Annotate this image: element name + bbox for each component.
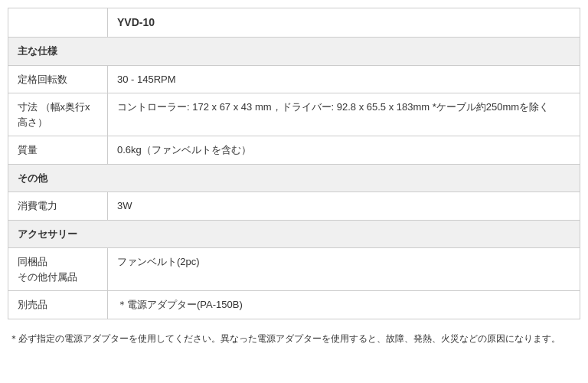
power-label: 消費電力 bbox=[8, 192, 108, 221]
section-other: その他 bbox=[8, 164, 580, 192]
model-row: YVD-10 bbox=[8, 8, 580, 38]
dimensions-label: 寸法 （幅x奥行x高さ） bbox=[8, 93, 108, 136]
dimensions-value: コントローラー: 172 x 67 x 43 mm，ドライバー: 92.8 x … bbox=[108, 93, 580, 136]
bundled-row: 同梱品 その他付属品 ファンベルト(2pc) bbox=[8, 248, 580, 291]
weight-value: 0.6kg（ファンベルトを含む） bbox=[108, 136, 580, 165]
dimensions-row: 寸法 （幅x奥行x高さ） コントローラー: 172 x 67 x 43 mm，ド… bbox=[8, 93, 580, 136]
section-main-spec: 主な仕様 bbox=[8, 38, 580, 66]
footnote-text: ＊必ず指定の電源アダプターを使用してください。異なった電源アダプターを使用すると… bbox=[8, 329, 580, 349]
empty-header-cell bbox=[8, 8, 108, 38]
section-accessories-label: アクセサリー bbox=[8, 220, 580, 248]
section-other-label: その他 bbox=[8, 164, 580, 192]
optional-label: 別売品 bbox=[8, 291, 108, 319]
model-value: YVD-10 bbox=[108, 8, 580, 38]
bundled-label-cell: 同梱品 その他付属品 bbox=[8, 248, 108, 291]
power-value: 3W bbox=[108, 192, 580, 221]
section-main-spec-label: 主な仕様 bbox=[8, 38, 580, 66]
bundled-label1: 同梱品 bbox=[18, 254, 98, 270]
optional-value: ＊電源アダプター(PA-150B) bbox=[108, 291, 580, 319]
bundled-label2: その他付属品 bbox=[18, 270, 98, 285]
section-accessories: アクセサリー bbox=[8, 220, 580, 248]
rpm-label: 定格回転数 bbox=[8, 65, 108, 93]
rpm-value: 30 - 145RPM bbox=[108, 65, 580, 93]
rpm-row: 定格回転数 30 - 145RPM bbox=[8, 65, 580, 93]
power-row: 消費電力 3W bbox=[8, 192, 580, 221]
optional-row: 別売品 ＊電源アダプター(PA-150B) bbox=[8, 291, 580, 319]
weight-label: 質量 bbox=[8, 136, 108, 165]
spec-table: YVD-10 主な仕様 定格回転数 30 - 145RPM 寸法 （幅x奥行x高… bbox=[8, 8, 580, 319]
weight-row: 質量 0.6kg（ファンベルトを含む） bbox=[8, 136, 580, 165]
bundled-value: ファンベルト(2pc) bbox=[108, 248, 580, 291]
